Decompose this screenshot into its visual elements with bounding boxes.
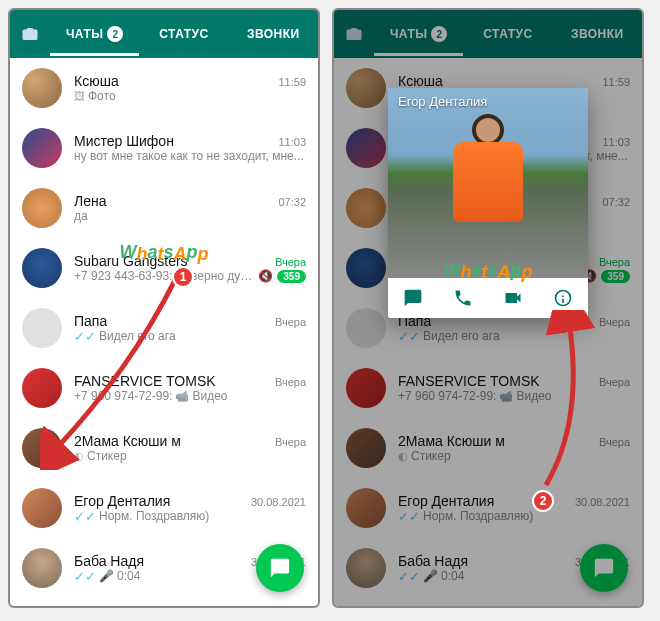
profile-name: Егор Денталия [398, 94, 487, 109]
chat-row[interactable]: Егор Денталия30.08.2021 ✓✓Норм. Поздравл… [10, 478, 318, 538]
chat-row[interactable]: Мистер Шифон11:03 ну вот мне такое как т… [10, 118, 318, 178]
photo-icon: 🖼 [74, 90, 85, 102]
unread-badge: 359 [277, 270, 306, 283]
camera-icon[interactable] [10, 25, 50, 43]
chat-row[interactable]: Subaru GangstersВчера +7 923 443-63-93: … [10, 238, 318, 298]
tab-status[interactable]: СТАТУС [139, 13, 228, 55]
avatar[interactable] [22, 428, 62, 468]
video-icon: 📹 [175, 390, 189, 403]
top-tabs: ЧАТЫ2 СТАТУС ЗВОНКИ [10, 10, 318, 58]
phone-right: ЧАТЫ2 СТАТУС ЗВОНКИ Ксюша11:59🖼Фото Мист… [332, 8, 644, 608]
tab-calls[interactable]: ЗВОНКИ [229, 13, 318, 55]
chat-row[interactable]: 2Мама Ксюши мВчера ◐Стикер [10, 418, 318, 478]
avatar[interactable] [22, 188, 62, 228]
read-ticks-icon: ✓✓ [74, 569, 96, 584]
step-badge-1: 1 [172, 266, 194, 288]
chat-row[interactable]: Лена07:32 да [10, 178, 318, 238]
phone-left: ЧАТЫ2 СТАТУС ЗВОНКИ Ксюша11:59 🖼Фото Мис… [8, 8, 320, 608]
chat-row[interactable]: FANSERVICE TOMSKВчера +7 960 974-72-99:📹… [10, 358, 318, 418]
avatar[interactable] [22, 308, 62, 348]
new-chat-fab[interactable] [256, 544, 304, 592]
tab-chats[interactable]: ЧАТЫ2 [50, 12, 139, 56]
read-ticks-icon: ✓✓ [74, 509, 96, 524]
chat-row[interactable]: ПапаВчера ✓✓Видел его ага [10, 298, 318, 358]
mic-icon: 🎤 [99, 569, 114, 583]
chat-list: Ксюша11:59 🖼Фото Мистер Шифон11:03 ну во… [10, 58, 318, 606]
profile-preview-overlay[interactable]: Егор Денталия [334, 10, 642, 606]
avatar[interactable] [22, 548, 62, 588]
avatar[interactable] [22, 68, 62, 108]
read-ticks-icon: ✓✓ [74, 329, 96, 344]
mute-icon: 🔇 [258, 269, 273, 283]
step-badge-2: 2 [532, 490, 554, 512]
profile-photo[interactable]: Егор Денталия [388, 88, 588, 278]
popup-call-button[interactable] [438, 278, 488, 318]
sticker-icon: ◐ [74, 450, 84, 463]
avatar[interactable] [22, 488, 62, 528]
profile-popup: Егор Денталия [388, 88, 588, 318]
chat-row[interactable]: Ксюша11:59 🖼Фото [10, 58, 318, 118]
popup-chat-button[interactable] [388, 278, 438, 318]
avatar[interactable] [22, 368, 62, 408]
popup-info-button[interactable] [538, 278, 588, 318]
avatar[interactable] [22, 128, 62, 168]
popup-video-button[interactable] [488, 278, 538, 318]
avatar[interactable] [22, 248, 62, 288]
